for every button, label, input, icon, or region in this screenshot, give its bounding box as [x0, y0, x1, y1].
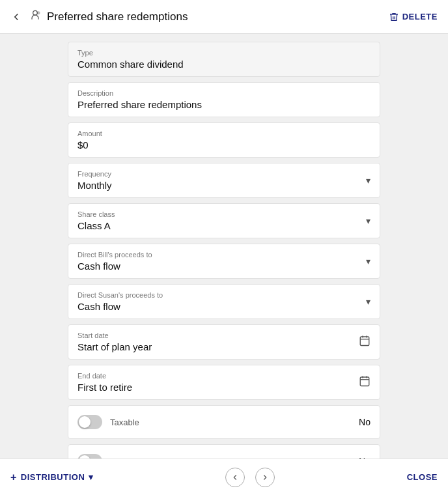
direct-bill-value: Cash flow [77, 261, 371, 272]
distribution-chevron-icon: ▾ [89, 472, 94, 482]
start-date-value: Start of plan year [77, 341, 354, 352]
start-date-calendar-icon[interactable] [359, 335, 371, 349]
index-inflation-toggle[interactable] [77, 454, 102, 459]
type-value: Common share dividend [77, 59, 371, 70]
svg-point-1 [37, 11, 40, 14]
end-date-label: End date [77, 372, 354, 380]
distribution-label: DISTRIBUTION [21, 472, 85, 482]
description-value: Preferred share redemptions [77, 99, 371, 110]
direct-bill-field[interactable]: Direct Bill's proceeds to Cash flow [68, 244, 380, 279]
delete-icon [389, 12, 399, 22]
plus-icon: + [10, 472, 17, 483]
header-icon [29, 8, 42, 25]
share-class-field[interactable]: Share class Class A [68, 203, 380, 238]
amount-label: Amount [77, 130, 371, 137]
page-title: Preferred share redemptions [47, 10, 389, 23]
share-class-value: Class A [77, 220, 371, 231]
frequency-value: Monthly [77, 180, 371, 191]
distribution-button[interactable]: + DISTRIBUTION ▾ [10, 472, 94, 483]
end-date-calendar-icon[interactable] [359, 375, 371, 389]
delete-button[interactable]: DELETE [389, 12, 438, 22]
svg-rect-2 [360, 337, 369, 346]
main-content: Type Common share dividend Description P… [0, 34, 448, 459]
end-date-field[interactable]: End date First to retire [68, 365, 380, 400]
taxable-toggle[interactable] [77, 415, 102, 429]
taxable-field: Taxable No [68, 405, 380, 439]
footer-nav [94, 468, 407, 487]
direct-susan-field[interactable]: Direct Susan's proceeds to Cash flow [68, 284, 380, 319]
prev-button[interactable] [225, 468, 245, 487]
form-container: Type Common share dividend Description P… [68, 42, 380, 459]
svg-point-0 [33, 10, 38, 15]
start-date-label: Start date [77, 332, 354, 339]
frequency-label: Frequency [77, 170, 371, 178]
taxable-value: No [359, 417, 371, 427]
direct-susan-label: Direct Susan's proceeds to [77, 291, 371, 299]
type-field: Type Common share dividend [68, 42, 380, 77]
description-label: Description [77, 89, 371, 97]
footer: + DISTRIBUTION ▾ CLOSE [0, 459, 448, 495]
back-button[interactable] [10, 11, 22, 23]
direct-susan-value: Cash flow [77, 301, 371, 312]
end-date-value: First to retire [77, 382, 354, 393]
amount-value: $0 [77, 139, 371, 150]
close-button[interactable]: CLOSE [407, 472, 438, 482]
app-header: Preferred share redemptions DELETE [0, 0, 448, 34]
direct-bill-label: Direct Bill's proceeds to [77, 251, 371, 259]
svg-rect-6 [360, 377, 369, 386]
type-label: Type [77, 49, 371, 57]
taxable-label: Taxable [110, 417, 139, 427]
frequency-field[interactable]: Frequency Monthly [68, 163, 380, 198]
index-inflation-field: Index to inflation No [68, 444, 380, 459]
start-date-field[interactable]: Start date Start of plan year [68, 324, 380, 360]
amount-field[interactable]: Amount $0 [68, 122, 380, 158]
share-class-label: Share class [77, 210, 371, 218]
next-button[interactable] [255, 468, 275, 487]
description-field[interactable]: Description Preferred share redemptions [68, 82, 380, 117]
